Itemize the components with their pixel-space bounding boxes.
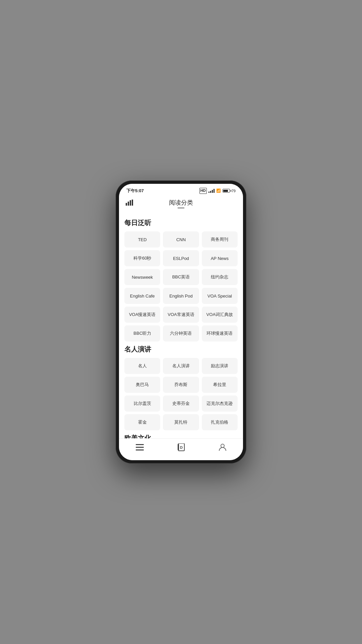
grid-item-daily-listening-6[interactable]: Newsweek — [124, 269, 160, 285]
svg-rect-3 — [132, 200, 133, 206]
grid-item-daily-listening-1[interactable]: CNN — [163, 231, 199, 248]
grid-item-daily-listening-0[interactable]: TED — [124, 231, 160, 248]
grid-item-daily-listening-2[interactable]: 商务周刊 — [202, 231, 238, 248]
header-title-block: 阅读分类 — [169, 199, 193, 208]
grid-item-famous-speeches-7[interactable]: 史蒂芬金 — [163, 395, 199, 412]
grid-item-daily-listening-9[interactable]: English Cafe — [124, 288, 160, 304]
wifi-icon: 📶 — [216, 189, 221, 193]
grid-item-daily-listening-11[interactable]: VOA Special — [202, 288, 238, 304]
menu-icon — [136, 444, 144, 453]
grid-item-daily-listening-15[interactable]: BBC听力 — [124, 325, 160, 341]
page-title: 阅读分类 — [169, 199, 193, 207]
grid-item-daily-listening-17[interactable]: 环球慢速英语 — [202, 325, 238, 341]
grid-item-daily-listening-16[interactable]: 六分钟英语 — [163, 325, 199, 341]
status-time: 下午5:07 — [126, 188, 144, 194]
grid-item-famous-speeches-8[interactable]: 迈克尔杰克逊 — [202, 395, 238, 412]
battery-percent: 79 — [232, 189, 236, 193]
status-bar: 下午5:07 HD 📶 79 — [119, 184, 243, 196]
dictionary-icon: D — [178, 443, 185, 453]
chart-bar-icon[interactable] — [126, 200, 133, 207]
grid-item-famous-speeches-3[interactable]: 奥巴马 — [124, 377, 160, 393]
grid-item-daily-listening-4[interactable]: ESLPod — [163, 250, 199, 266]
grid-item-famous-speeches-5[interactable]: 希拉里 — [202, 377, 238, 393]
grid-famous-speeches: 名人名人演讲励志演讲奥巴马乔布斯希拉里比尔盖茨史蒂芬金迈克尔杰克逊霍金莫扎特扎克… — [124, 358, 238, 430]
grid-item-famous-speeches-4[interactable]: 乔布斯 — [163, 377, 199, 393]
bottom-nav: D — [119, 438, 243, 460]
grid-item-daily-listening-7[interactable]: BBC英语 — [163, 269, 199, 285]
svg-rect-5 — [136, 447, 144, 448]
svg-rect-8 — [178, 444, 179, 450]
svg-rect-4 — [136, 444, 144, 445]
battery-fill — [223, 190, 228, 192]
svg-text:D: D — [180, 445, 183, 449]
main-content[interactable]: 每日泛听TEDCNN商务周刊科学60秒ESLPodAP NewsNewsweek… — [119, 212, 243, 438]
signal-icon — [208, 189, 215, 193]
grid-item-famous-speeches-1[interactable]: 名人演讲 — [163, 358, 199, 374]
phone-screen: 下午5:07 HD 📶 79 — [119, 184, 243, 460]
phone-shell: 下午5:07 HD 📶 79 — [116, 180, 246, 464]
header: 阅读分类 — [119, 196, 243, 212]
section-title-famous-speeches: 名人演讲 — [124, 345, 238, 354]
grid-item-daily-listening-12[interactable]: VOA慢速英语 — [124, 307, 160, 323]
grid-item-daily-listening-3[interactable]: 科学60秒 — [124, 250, 160, 266]
grid-daily-listening: TEDCNN商务周刊科学60秒ESLPodAP NewsNewsweekBBC英… — [124, 231, 238, 341]
svg-rect-1 — [128, 202, 129, 206]
svg-rect-0 — [126, 203, 127, 206]
grid-item-daily-listening-14[interactable]: VOA词汇典故 — [202, 307, 238, 323]
grid-item-famous-speeches-0[interactable]: 名人 — [124, 358, 160, 374]
svg-point-10 — [221, 444, 224, 447]
grid-item-daily-listening-5[interactable]: AP News — [202, 250, 238, 266]
nav-item-home[interactable] — [128, 443, 152, 454]
status-icons: HD 📶 79 — [199, 188, 236, 194]
battery-icon — [223, 189, 230, 193]
section-title-daily-listening: 每日泛听 — [124, 218, 238, 227]
nav-item-dictionary[interactable]: D — [170, 442, 193, 455]
section-title-western-culture: 欧美文化 — [124, 434, 238, 438]
grid-item-daily-listening-8[interactable]: 纽约杂志 — [202, 269, 238, 285]
svg-rect-2 — [130, 200, 131, 206]
title-underline — [178, 208, 184, 208]
grid-item-famous-speeches-2[interactable]: 励志演讲 — [202, 358, 238, 374]
grid-item-daily-listening-10[interactable]: English Pod — [163, 288, 199, 304]
hd-badge: HD — [199, 188, 207, 194]
nav-item-profile[interactable] — [211, 442, 234, 455]
grid-item-famous-speeches-9[interactable]: 霍金 — [124, 414, 160, 430]
grid-item-famous-speeches-11[interactable]: 扎克伯格 — [202, 414, 238, 430]
profile-icon — [219, 443, 226, 453]
svg-rect-6 — [136, 449, 144, 450]
grid-item-famous-speeches-10[interactable]: 莫扎特 — [163, 414, 199, 430]
grid-item-daily-listening-13[interactable]: VOA常速英语 — [163, 307, 199, 323]
grid-item-famous-speeches-6[interactable]: 比尔盖茨 — [124, 395, 160, 412]
